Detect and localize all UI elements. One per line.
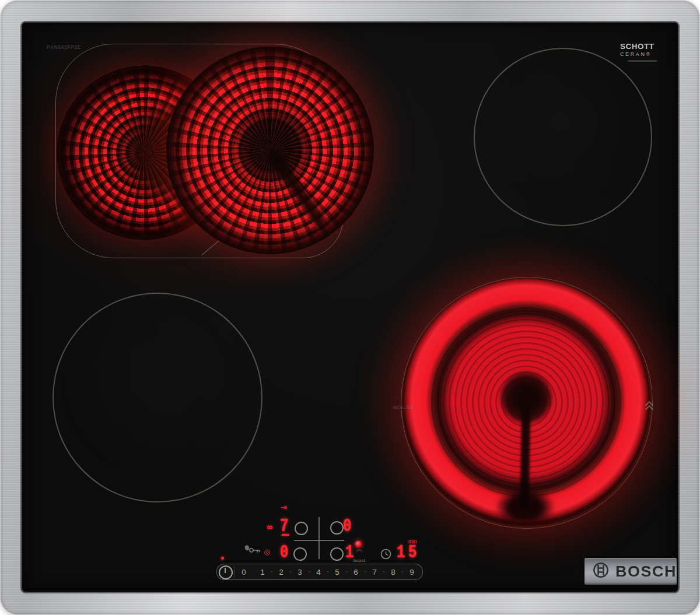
key-lock-icon [244,544,261,556]
slider-dot: · [307,567,311,575]
indicator-dot [221,557,224,560]
slider-dot: · [363,567,367,575]
slider-level: 4 [314,568,323,577]
chevron-mark-icon [646,402,653,412]
slider-level: 8 [388,568,398,577]
timer-unit-label: min [408,539,417,544]
ceran-logo-text: CERAN® [620,52,667,57]
zone-selector-cross-horizontal [294,540,344,541]
zone-select-pad-rear-right [330,521,344,535]
fine-print-line [628,60,657,62]
slider-dot: · [270,567,274,575]
brand-wordmark: BOSCH [615,563,677,579]
zone-select-pad-front-left [293,547,307,561]
slider-level: 6 [351,568,360,577]
boost-indicator-icon [355,540,362,548]
display-rear-right: 0 [343,517,352,535]
slider-dot: · [326,567,330,575]
display-front-left: 0 [280,543,289,561]
product-photo-ceramic-hob: PKN645FP2E SCHOTT CERAN® BOIL50 7 0 0 1 … [0,0,700,615]
slider-level: 1 [258,568,267,577]
slider-level: 9 [407,568,416,577]
slider-separator [235,565,235,578]
brand-badge: BOSCH [584,558,677,585]
slider-dot: · [289,567,292,575]
extend-zone-icon: ⇥ [281,503,287,512]
dual-zone-icon: 8 [265,525,274,529]
stainless-frame: PKN645FP2E SCHOTT CERAN® BOIL50 7 0 0 1 … [0,0,700,615]
zone-outline-rear-right [474,48,652,226]
boost-control: boost [348,550,371,564]
slider-level: 0 [239,568,249,577]
zone-selector-cross-vertical [318,517,320,559]
timer-clock-icon [380,549,391,562]
power-icon [219,565,233,579]
zone-select-pad-rear-left [295,522,308,535]
power-level-slider: 01·2·3·4·5·6·7·8·9 [216,564,423,580]
slider-dot: · [345,567,348,575]
boost-label: boost [354,558,365,563]
model-number-print: PKN645FP2E [47,44,81,50]
schott-logo-text: SCHOTT [620,43,667,51]
slider-dot: · [401,567,404,575]
slider-level: 2 [276,568,286,577]
surface-watermark: BOIL50 [393,405,413,410]
selected-zone-underline [282,534,289,536]
slider-level: 5 [332,568,342,577]
dual-circuit-icon: ◎ [264,547,270,556]
slider-level: 3 [295,568,304,577]
slider-level: 7 [370,568,379,577]
zone-select-pad-front-right [330,547,344,561]
slider-dot: · [382,567,386,575]
heating-element-base-shadow [496,487,554,521]
boost-arc-icon [356,550,362,553]
glass-brand-logo: SCHOTT CERAN® [620,43,667,62]
bosch-emblem-icon [592,561,610,581]
zone-outline-front-left [52,293,262,502]
timer-display: 15 [397,543,420,561]
display-rear-left: 7 [280,517,289,535]
